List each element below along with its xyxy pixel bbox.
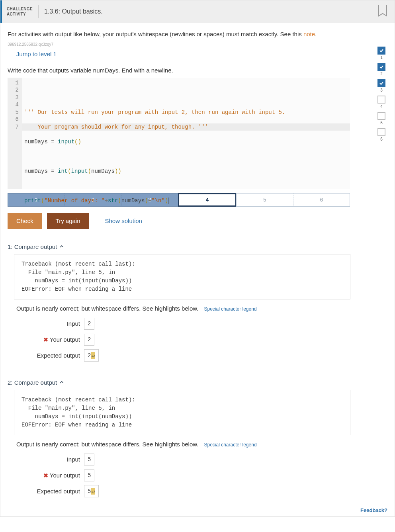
- note-link[interactable]: note: [303, 31, 315, 37]
- code-token: numDays: [91, 168, 115, 174]
- code-token: [55, 168, 58, 174]
- x-mark-icon: ✖: [43, 472, 48, 479]
- highlighted-newline-icon: ↵: [91, 488, 95, 495]
- feedback-link[interactable]: Feedback?: [360, 507, 387, 513]
- level-box-4[interactable]: [377, 96, 385, 104]
- io-val-input: 5: [84, 454, 94, 465]
- text-cursor: [168, 198, 168, 204]
- code-token: ): [118, 168, 121, 174]
- bookmark-icon[interactable]: [377, 5, 388, 18]
- result-title-2[interactable]: 2: Compare output: [8, 379, 387, 386]
- exp-val-text: 2: [88, 352, 91, 359]
- whitespace-note-2: Output is nearly correct; but whitespace…: [16, 441, 387, 448]
- whitespace-note-text: Output is nearly correct; but whitespace…: [16, 441, 198, 448]
- io-label-your: ✖ Your output: [16, 336, 80, 343]
- result-title-text: 1: Compare output: [8, 243, 57, 250]
- activity-content: 1 2 3 4 5 6 For activities with output l…: [0, 23, 395, 516]
- line-number: 7: [8, 123, 19, 131]
- io-row-your: ✖ Your output 5: [16, 467, 387, 483]
- your-output-label: Your output: [50, 336, 80, 343]
- jump-to-level-link[interactable]: Jump to level 1: [16, 51, 57, 57]
- io-val-expected: 5↵: [84, 485, 99, 497]
- level-box-3[interactable]: [377, 79, 385, 87]
- code-token: ): [145, 198, 148, 204]
- io-row-your: ✖ Your output 2: [16, 332, 387, 348]
- activity-container: CHALLENGE ACTIVITY 1.3.6: Output basics.…: [0, 0, 395, 517]
- editor-code-area[interactable]: ''' Our tests will run your program with…: [22, 78, 350, 189]
- level-box-5[interactable]: [377, 112, 385, 120]
- result-title-1[interactable]: 1: Compare output: [8, 243, 387, 250]
- code-token: str: [108, 198, 118, 204]
- level-num-4: 4: [380, 104, 383, 109]
- line-number: 4: [8, 101, 19, 109]
- level-num-6: 6: [380, 137, 383, 141]
- io-label-input: Input: [16, 320, 80, 327]
- traceback-2: Traceback (most recent call last): File …: [14, 390, 350, 435]
- your-output-label: Your output: [50, 472, 80, 479]
- x-mark-icon: ✖: [43, 336, 48, 343]
- whitespace-note-text: Output is nearly correct; but whitespace…: [16, 305, 198, 312]
- level-progress-sidebar: 1 2 3 4 5 6: [375, 47, 387, 144]
- line-number: 1: [8, 79, 19, 87]
- level-box-2[interactable]: [377, 63, 385, 71]
- code-token: numDays: [121, 198, 145, 204]
- level-num-1: 1: [380, 55, 383, 60]
- code-token: "Number of days: ": [44, 198, 104, 204]
- chevron-up-icon: [59, 244, 64, 249]
- line-number: 6: [8, 116, 19, 123]
- code-token: ): [78, 139, 81, 145]
- session-hash: 396912.2565932.qx3zqy7: [8, 42, 387, 47]
- line-number: 5: [8, 109, 19, 116]
- code-token: =: [51, 139, 54, 145]
- exp-val-text: 5: [88, 488, 91, 495]
- line-number: 2: [8, 86, 19, 94]
- special-char-legend-link[interactable]: Special character legend: [204, 442, 256, 448]
- activity-title: 1.3.6: Output basics.: [39, 8, 377, 15]
- io-val-your: 5: [84, 469, 94, 481]
- io-row-input: Input 2: [16, 316, 387, 332]
- code-token: (: [88, 168, 91, 174]
- code-editor[interactable]: 1 2 3 4 5 6 7 ''' Our tests will run you…: [8, 78, 350, 189]
- level-box-1[interactable]: [377, 47, 385, 55]
- highlighted-newline-icon: ↵: [91, 352, 95, 359]
- code-token: (: [68, 168, 71, 174]
- code-token: input: [71, 168, 88, 174]
- level-num-3: 3: [380, 88, 383, 92]
- code-token: +: [105, 198, 108, 204]
- io-row-expected: Expected output 5↵: [16, 483, 387, 499]
- traceback-1: Traceback (most recent call last): File …: [14, 254, 350, 299]
- result-block-1: 1: Compare output Traceback (most recent…: [8, 243, 387, 371]
- code-token: "\n": [151, 198, 165, 204]
- intro-after: .: [315, 31, 317, 37]
- prompt-text: Write code that outputs variable numDays…: [8, 67, 387, 74]
- io-label-expected: Expected output: [16, 352, 80, 359]
- io-label-expected: Expected output: [16, 488, 80, 495]
- io-row-input: Input 5: [16, 452, 387, 467]
- chevron-up-icon: [59, 380, 64, 385]
- io-label-your: ✖ Your output: [16, 472, 80, 479]
- code-token: [55, 139, 58, 145]
- code-token: =: [51, 168, 54, 174]
- code-lines: ''' Our tests will run your program with…: [24, 101, 348, 219]
- level-num-2: 2: [380, 72, 383, 76]
- special-char-legend-link[interactable]: Special character legend: [204, 306, 256, 312]
- result-block-2: 2: Compare output Traceback (most recent…: [8, 379, 387, 499]
- line-number: 3: [8, 94, 19, 102]
- activity-header: CHALLENGE ACTIVITY 1.3.6: Output basics.: [0, 0, 395, 23]
- io-val-expected: 2↵: [84, 349, 99, 362]
- code-token: Your program should work for any input, …: [24, 124, 208, 130]
- code-token: numDays: [24, 168, 51, 174]
- io-val-input: 2: [84, 318, 94, 330]
- whitespace-note-1: Output is nearly correct; but whitespace…: [16, 305, 387, 312]
- io-grid-1: Input 2 ✖ Your output 2 Expected output …: [16, 316, 387, 364]
- challenge-activity-label: CHALLENGE ACTIVITY: [2, 5, 39, 18]
- level-num-5: 5: [380, 121, 383, 125]
- editor-gutter: 1 2 3 4 5 6 7: [8, 78, 22, 189]
- divider: [16, 371, 347, 371]
- intro-before: For activities with output like below, y…: [8, 31, 303, 37]
- level-box-6[interactable]: [377, 128, 385, 136]
- code-token: int: [58, 168, 68, 174]
- code-token: ): [165, 198, 168, 204]
- code-token: (: [118, 198, 121, 204]
- code-token: print: [24, 198, 41, 204]
